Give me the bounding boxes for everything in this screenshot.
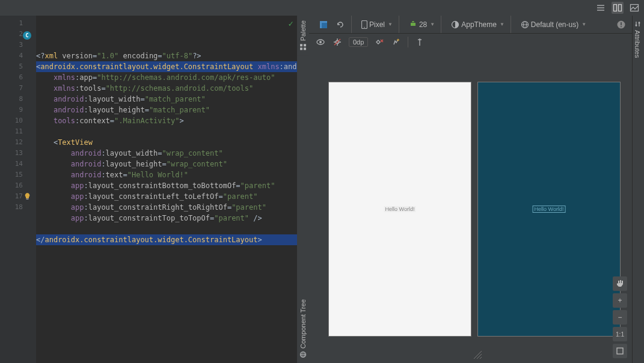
code-line[interactable]: xmlns:app="http://schemas.android.com/ap… [36,72,297,83]
code-area[interactable]: ✓ <?xml version="1.0" encoding="utf-8"?>… [36,16,297,363]
line-number: 4 [5,50,23,61]
clear-constraints-button[interactable] [374,37,385,47]
line-number: 9 [5,105,23,115]
layout-preview-pane: Pixel ▼ 28 ▼ AppTh [309,16,632,363]
locale-label: Default (en-us) [531,20,578,29]
fold-mark[interactable] [28,202,36,213]
preview-left-tabs: Palette Component Tree [297,16,309,363]
view-options-button[interactable] [315,37,326,47]
api-selector[interactable]: 28 ▼ [406,18,437,31]
fold-mark[interactable] [28,159,36,169]
line-number: 17 [5,191,23,202]
fold-mark[interactable] [28,169,36,180]
line-number: 14 [5,159,23,169]
fold-mark[interactable] [28,61,36,72]
code-line[interactable]: app:layout_constraintTop_toTopOf="parent… [36,213,297,224]
fold-mark[interactable] [28,83,36,94]
component-tree-tab[interactable]: Component Tree [297,294,309,363]
code-view-button[interactable] [595,2,607,14]
fold-mark[interactable] [28,40,36,50]
line-number: 2C [5,29,23,40]
resize-handle[interactable] [471,349,482,359]
zoom-out-button[interactable]: − [613,310,627,325]
fold-mark[interactable] [28,180,36,191]
svg-rect-23 [621,22,622,25]
line-number: 11 [5,126,23,137]
chevron-down-icon: ▼ [430,22,435,27]
line-number: 18 [5,202,23,213]
fold-mark[interactable] [28,115,36,126]
chevron-down-icon: ▼ [500,22,504,27]
svg-point-40 [636,25,637,26]
blueprint-text[interactable]: Hello World! [533,206,566,213]
blueprint-preview[interactable]: Hello World! [477,82,621,337]
code-line[interactable]: android:layout_height="match_parent" [36,105,297,115]
code-line[interactable]: android:text="Hello World!" [36,169,297,180]
code-line[interactable]: xmlns:tools="http://schemas.android.com/… [36,83,297,94]
theme-label: AppTheme [461,20,497,29]
code-line[interactable]: android:layout_width="wrap_content" [36,148,297,159]
preview-text[interactable]: Hello World! [384,206,416,212]
locale-selector[interactable]: Default (en-us) ▼ [518,19,589,30]
guidelines-button[interactable] [414,37,425,47]
line-number: 8 [5,94,23,105]
intention-bulb-icon[interactable] [23,192,31,201]
fold-mark[interactable] [28,50,36,61]
svg-line-35 [480,357,482,359]
class-icon: C [23,31,31,40]
attributes-tab-label: Attributes [634,30,641,58]
code-line[interactable]: app:layout_constraintRight_toRightOf="pa… [36,202,297,213]
design-view-button[interactable] [628,2,640,14]
code-line[interactable]: android:layout_height="wrap_content" [36,159,297,169]
svg-rect-4 [619,5,622,11]
code-line[interactable]: android:layout_width="match_parent" [36,94,297,105]
split-view-button[interactable] [612,2,624,14]
code-line[interactable] [36,126,297,137]
theme-selector[interactable]: AppTheme ▼ [449,19,507,30]
design-canvas[interactable]: Hello World! Hello World! + − 1:1 [309,50,632,363]
code-line[interactable]: tools:context=".MainActivity"> [36,115,297,126]
default-margin-field[interactable]: 0dp [349,37,368,47]
code-line[interactable]: app:layout_constraintLeft_toLeftOf="pare… [36,191,297,202]
svg-point-26 [319,41,322,43]
zoom-fit-button[interactable] [613,344,627,358]
code-line[interactable] [36,224,297,234]
zoom-reset-button[interactable]: 1:1 [613,327,627,341]
code-line[interactable]: <androidx.constraintlayout.widget.Constr… [36,61,297,72]
design-preview[interactable]: Hello World! [328,82,471,337]
orientation-button[interactable] [333,19,348,31]
fold-mark[interactable] [28,148,36,159]
preview-sub-toolbar: 0dp [309,34,632,50]
svg-rect-10 [304,44,306,46]
code-line[interactable]: app:layout_constraintBottom_toBottomOf="… [36,180,297,191]
code-line[interactable]: <TextView [36,137,297,148]
fold-mark[interactable] [28,137,36,148]
autoconnect-button[interactable] [332,37,343,47]
warnings-button[interactable] [614,19,628,31]
code-line[interactable]: <?xml version="1.0" encoding="utf-8"?> [36,50,297,61]
palette-tab[interactable]: Palette [297,16,309,55]
right-tool-tabs: Attributes [632,16,644,363]
line-number: 10 [5,115,23,126]
fold-mark[interactable] [28,105,36,115]
zoom-controls: + − 1:1 [613,276,627,358]
api-label: 28 [419,20,427,29]
infer-constraints-button[interactable] [391,37,402,47]
svg-rect-3 [614,5,617,11]
fold-mark[interactable] [28,94,36,105]
device-label: Pixel [369,20,385,29]
svg-point-17 [364,26,365,28]
svg-rect-6 [26,199,29,200]
zoom-in-button[interactable]: + [613,293,627,308]
attributes-tab[interactable]: Attributes [633,16,642,63]
inspection-ok-icon: ✓ [289,18,293,29]
svg-rect-24 [621,26,622,27]
svg-rect-9 [304,47,306,50]
design-surface-button[interactable] [316,19,331,31]
fold-mark[interactable] [28,126,36,137]
fold-mark[interactable] [28,18,36,29]
fold-mark[interactable] [28,72,36,83]
code-line[interactable]: </androidx.constraintlayout.widget.Const… [36,234,297,245]
pan-button[interactable] [613,276,627,291]
device-selector[interactable]: Pixel ▼ [359,19,395,30]
